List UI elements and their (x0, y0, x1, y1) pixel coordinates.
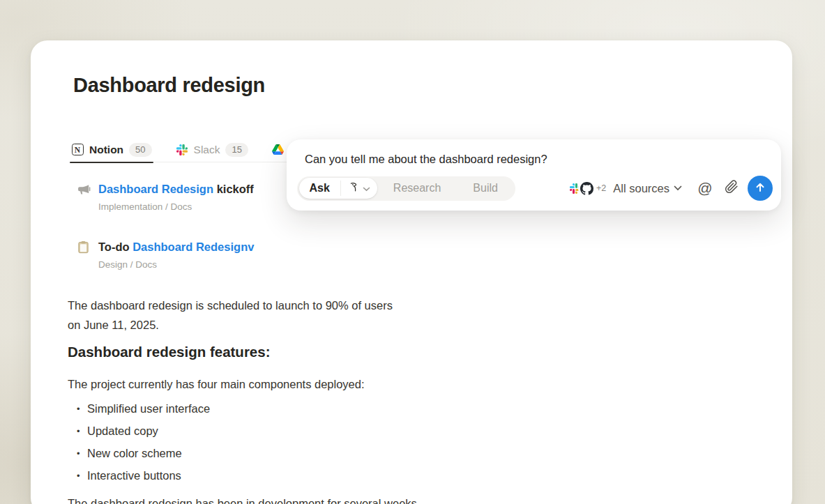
clipboard-icon (77, 240, 91, 254)
list-item: New color scheme (68, 446, 500, 461)
ai-ask-panel: Can you tell me about the dashboard rede… (287, 139, 781, 211)
sources-label: All sources (613, 182, 669, 195)
document-body: The dashboard redesign is scheduled to l… (68, 296, 500, 504)
mode-ask-button[interactable]: Ask (299, 182, 340, 194)
mode-segmented-control: Ask Research Build (297, 176, 515, 201)
list-item[interactable]: To-do Dashboard Redesignv Design / Docs (73, 240, 324, 270)
ask-mode-pill: Ask (299, 178, 377, 199)
features-heading: Dashboard redesign features: (68, 343, 500, 361)
github-logo-icon (580, 181, 594, 196)
search-results: Dashboard Redesign kickoff Implementatio… (73, 182, 324, 298)
list-item[interactable]: Dashboard Redesign kickoff Implementatio… (73, 182, 324, 212)
list-item: Updated copy (68, 424, 500, 438)
notion-ai-face-icon (348, 181, 360, 196)
arrow-up-icon (755, 182, 766, 195)
tab-slack[interactable]: Slack 15 (174, 137, 250, 162)
mode-build-button[interactable]: Build (457, 182, 514, 194)
chevron-down-icon (674, 185, 682, 191)
model-selector-button[interactable] (341, 181, 377, 196)
page-title: Dashboard redesign (73, 74, 265, 97)
components-paragraph: The project currently has four main comp… (68, 374, 500, 394)
sources-more-badge: +2 (596, 183, 606, 193)
list-item: Interactive buttons (68, 468, 500, 483)
slack-logo-icon (176, 144, 188, 156)
intro-paragraph: The dashboard redesign is scheduled to l… (68, 296, 500, 335)
outro-paragraph: The dashboard redesign has been in devel… (68, 494, 500, 504)
send-button[interactable] (748, 176, 773, 201)
paperclip-icon (725, 180, 739, 197)
ask-controls-row: Ask Research Build (297, 176, 773, 201)
tab-label: Notion (89, 144, 123, 156)
chevron-down-icon (363, 182, 370, 194)
tab-label: Slack (194, 144, 220, 156)
google-drive-logo-icon (272, 144, 285, 156)
tab-notion[interactable]: N Notion 50 (70, 137, 153, 162)
mode-research-button[interactable]: Research (377, 182, 457, 194)
all-sources-dropdown[interactable]: +2 All sources (568, 181, 682, 196)
result-link[interactable]: Dashboard Redesignv (133, 240, 254, 253)
megaphone-icon (77, 183, 91, 197)
result-breadcrumb: Design / Docs (98, 259, 324, 270)
result-title: To-do Dashboard Redesignv (98, 240, 324, 254)
feature-list: Simplified user interface Updated copy N… (68, 402, 500, 483)
ask-query-input[interactable]: Can you tell me about the dashboard rede… (305, 153, 758, 166)
notion-logo-icon: N (71, 144, 84, 156)
tab-count-badge: 15 (225, 143, 248, 157)
mention-button[interactable]: @ (695, 178, 716, 199)
result-link[interactable]: Dashboard Redesign (98, 183, 213, 195)
main-document-card: Dashboard redesign N Notion 50 Slack 15 … (31, 40, 792, 504)
at-icon: @ (697, 180, 712, 197)
list-item: Simplified user interface (68, 402, 500, 416)
tab-count-badge: 50 (129, 143, 151, 157)
attach-file-button[interactable] (721, 178, 742, 199)
